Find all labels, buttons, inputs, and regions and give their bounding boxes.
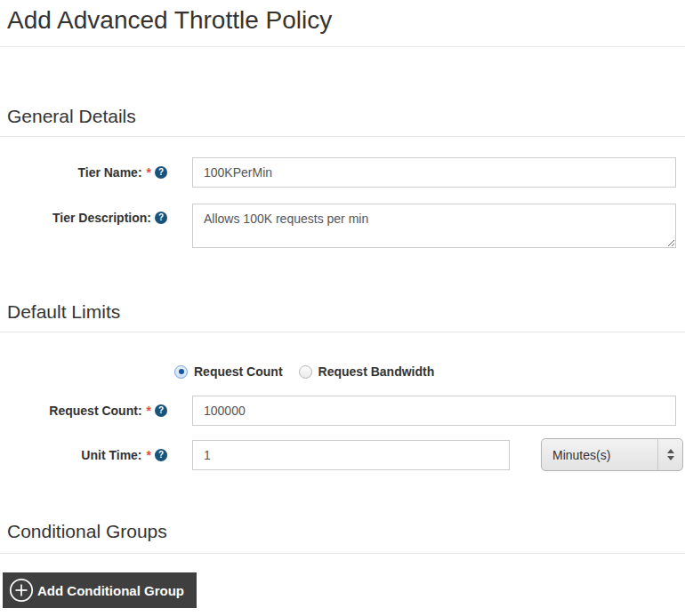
request-count-label-cell: Request Count: * ?: [7, 404, 167, 418]
request-count-input-cell: [192, 396, 676, 426]
default-limits-heading: Default Limits: [7, 300, 676, 323]
select-stepper-arrows-icon: [657, 439, 682, 470]
request-count-label: Request Count:: [49, 404, 141, 418]
unit-time-label: Unit Time:: [81, 448, 141, 462]
tier-description-textarea[interactable]: Allows 100K requests per min: [192, 204, 676, 248]
plus-circle-icon: [9, 578, 34, 603]
help-icon[interactable]: ?: [155, 212, 167, 224]
radio-option-request-count[interactable]: Request Count: [174, 364, 283, 379]
unit-time-input[interactable]: [192, 440, 510, 470]
tier-name-row: Tier Name: * ?: [7, 157, 676, 188]
divider: [0, 332, 685, 332]
unit-time-label-cell: Unit Time: * ?: [7, 448, 167, 462]
tier-name-label: Tier Name:: [77, 165, 141, 180]
tier-name-input[interactable]: [192, 157, 676, 188]
divider: [0, 46, 685, 47]
tier-name-input-cell: [192, 157, 676, 188]
radio-label-request-bandwidth: Request Bandwidth: [318, 364, 435, 379]
radio-unselected-icon[interactable]: [299, 365, 312, 379]
tier-description-row: Tier Description: ? Allows 100K requests…: [7, 204, 676, 248]
unit-time-select[interactable]: Minutes(s): [541, 438, 683, 471]
required-marker: *: [147, 448, 151, 462]
request-count-input[interactable]: [192, 396, 676, 426]
required-marker: *: [147, 165, 151, 180]
radio-label-request-count: Request Count: [194, 364, 283, 379]
help-icon[interactable]: ?: [155, 166, 167, 179]
required-marker: *: [147, 404, 151, 418]
unit-time-input-cell: Minutes(s): [192, 438, 683, 471]
unit-time-row: Unit Time: * ? Minutes(s): [7, 438, 676, 471]
page-title: Add Advanced Throttle Policy: [7, 5, 676, 36]
request-count-row: Request Count: * ?: [7, 396, 676, 426]
divider: [0, 553, 685, 554]
radio-option-request-bandwidth[interactable]: Request Bandwidth: [299, 364, 435, 379]
tier-description-label: Tier Description:: [52, 211, 151, 225]
radio-dot: [179, 369, 184, 374]
help-icon[interactable]: ?: [155, 404, 167, 417]
limit-type-radio-group: Request Count Request Bandwidth: [174, 364, 676, 379]
add-conditional-group-button[interactable]: Add Conditional Group: [3, 572, 197, 608]
tier-description-input-cell: Allows 100K requests per min: [192, 204, 676, 248]
help-icon[interactable]: ?: [155, 449, 167, 461]
tier-description-label-cell: Tier Description: ?: [7, 204, 167, 225]
arrow-down-icon: [667, 456, 674, 460]
add-advanced-throttle-policy-page: Add Advanced Throttle Policy General Det…: [0, 0, 685, 608]
conditional-groups-heading: Conditional Groups: [7, 520, 676, 542]
arrow-up-icon: [667, 449, 674, 453]
unit-time-select-value: Minutes(s): [542, 448, 657, 462]
divider: [0, 136, 685, 137]
general-details-heading: General Details: [7, 105, 676, 127]
add-conditional-group-label: Add Conditional Group: [37, 583, 184, 598]
radio-selected-icon[interactable]: [174, 365, 188, 379]
tier-name-label-cell: Tier Name: * ?: [7, 165, 167, 180]
